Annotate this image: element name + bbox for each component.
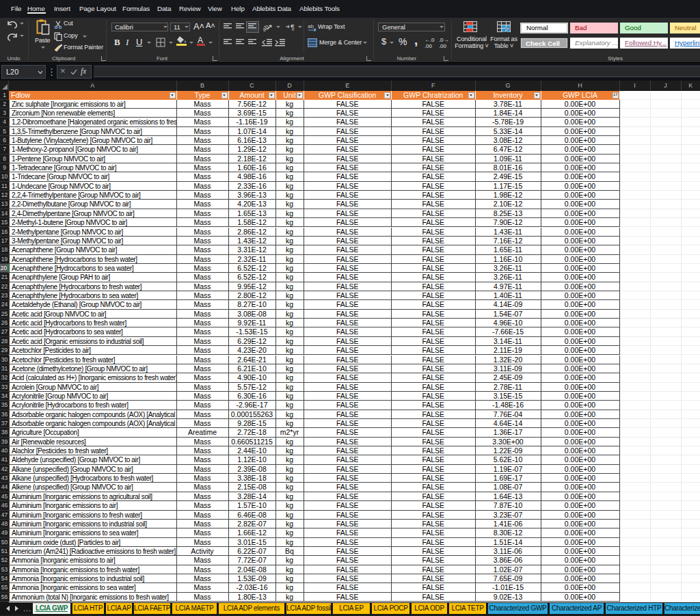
svg-text:¶: ¶ [291, 23, 295, 31]
svg-text:ab: ab [308, 23, 314, 29]
